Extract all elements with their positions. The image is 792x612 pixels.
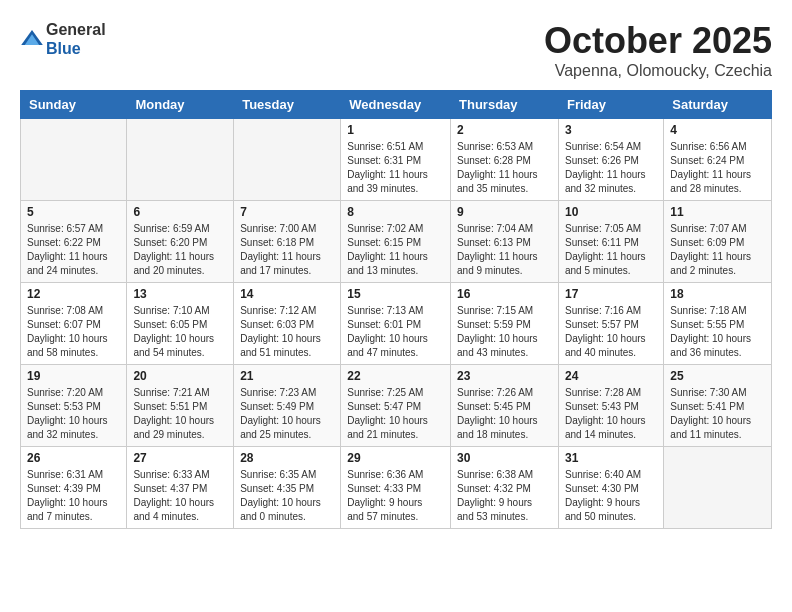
day-info: Sunrise: 6:51 AM Sunset: 6:31 PM Dayligh… <box>347 140 444 196</box>
day-number: 2 <box>457 123 552 137</box>
weekday-header-row: SundayMondayTuesdayWednesdayThursdayFrid… <box>21 91 772 119</box>
calendar-cell: 21Sunrise: 7:23 AM Sunset: 5:49 PM Dayli… <box>234 365 341 447</box>
day-info: Sunrise: 6:33 AM Sunset: 4:37 PM Dayligh… <box>133 468 227 524</box>
day-number: 7 <box>240 205 334 219</box>
calendar-cell: 30Sunrise: 6:38 AM Sunset: 4:32 PM Dayli… <box>451 447 559 529</box>
day-number: 24 <box>565 369 657 383</box>
weekday-header: Friday <box>558 91 663 119</box>
calendar-cell: 10Sunrise: 7:05 AM Sunset: 6:11 PM Dayli… <box>558 201 663 283</box>
weekday-header: Saturday <box>664 91 772 119</box>
day-number: 22 <box>347 369 444 383</box>
day-number: 20 <box>133 369 227 383</box>
day-info: Sunrise: 7:18 AM Sunset: 5:55 PM Dayligh… <box>670 304 765 360</box>
day-number: 9 <box>457 205 552 219</box>
calendar-cell: 7Sunrise: 7:00 AM Sunset: 6:18 PM Daylig… <box>234 201 341 283</box>
day-number: 17 <box>565 287 657 301</box>
day-info: Sunrise: 7:13 AM Sunset: 6:01 PM Dayligh… <box>347 304 444 360</box>
calendar-cell: 5Sunrise: 6:57 AM Sunset: 6:22 PM Daylig… <box>21 201 127 283</box>
day-info: Sunrise: 7:04 AM Sunset: 6:13 PM Dayligh… <box>457 222 552 278</box>
calendar-cell: 14Sunrise: 7:12 AM Sunset: 6:03 PM Dayli… <box>234 283 341 365</box>
calendar-cell: 1Sunrise: 6:51 AM Sunset: 6:31 PM Daylig… <box>341 119 451 201</box>
calendar-cell: 15Sunrise: 7:13 AM Sunset: 6:01 PM Dayli… <box>341 283 451 365</box>
title-section: October 2025 Vapenna, Olomoucky, Czechia <box>544 20 772 80</box>
calendar-week-row: 5Sunrise: 6:57 AM Sunset: 6:22 PM Daylig… <box>21 201 772 283</box>
day-info: Sunrise: 6:59 AM Sunset: 6:20 PM Dayligh… <box>133 222 227 278</box>
day-info: Sunrise: 6:35 AM Sunset: 4:35 PM Dayligh… <box>240 468 334 524</box>
day-info: Sunrise: 7:10 AM Sunset: 6:05 PM Dayligh… <box>133 304 227 360</box>
day-number: 14 <box>240 287 334 301</box>
calendar-cell: 20Sunrise: 7:21 AM Sunset: 5:51 PM Dayli… <box>127 365 234 447</box>
logo-general: General <box>46 20 106 39</box>
day-number: 1 <box>347 123 444 137</box>
calendar-week-row: 1Sunrise: 6:51 AM Sunset: 6:31 PM Daylig… <box>21 119 772 201</box>
day-info: Sunrise: 6:53 AM Sunset: 6:28 PM Dayligh… <box>457 140 552 196</box>
day-info: Sunrise: 6:31 AM Sunset: 4:39 PM Dayligh… <box>27 468 120 524</box>
calendar-cell: 4Sunrise: 6:56 AM Sunset: 6:24 PM Daylig… <box>664 119 772 201</box>
calendar-cell <box>664 447 772 529</box>
month-title: October 2025 <box>544 20 772 62</box>
calendar-cell: 28Sunrise: 6:35 AM Sunset: 4:35 PM Dayli… <box>234 447 341 529</box>
calendar-cell: 19Sunrise: 7:20 AM Sunset: 5:53 PM Dayli… <box>21 365 127 447</box>
weekday-header: Tuesday <box>234 91 341 119</box>
calendar-cell: 9Sunrise: 7:04 AM Sunset: 6:13 PM Daylig… <box>451 201 559 283</box>
day-info: Sunrise: 7:05 AM Sunset: 6:11 PM Dayligh… <box>565 222 657 278</box>
weekday-header: Monday <box>127 91 234 119</box>
logo-icon <box>20 27 44 51</box>
day-number: 25 <box>670 369 765 383</box>
calendar-cell: 8Sunrise: 7:02 AM Sunset: 6:15 PM Daylig… <box>341 201 451 283</box>
day-number: 21 <box>240 369 334 383</box>
day-number: 16 <box>457 287 552 301</box>
logo: General Blue <box>20 20 106 58</box>
day-info: Sunrise: 6:54 AM Sunset: 6:26 PM Dayligh… <box>565 140 657 196</box>
day-number: 30 <box>457 451 552 465</box>
calendar-cell: 26Sunrise: 6:31 AM Sunset: 4:39 PM Dayli… <box>21 447 127 529</box>
day-info: Sunrise: 7:23 AM Sunset: 5:49 PM Dayligh… <box>240 386 334 442</box>
calendar-cell: 17Sunrise: 7:16 AM Sunset: 5:57 PM Dayli… <box>558 283 663 365</box>
calendar-cell: 12Sunrise: 7:08 AM Sunset: 6:07 PM Dayli… <box>21 283 127 365</box>
weekday-header: Sunday <box>21 91 127 119</box>
calendar-cell: 31Sunrise: 6:40 AM Sunset: 4:30 PM Dayli… <box>558 447 663 529</box>
day-info: Sunrise: 7:00 AM Sunset: 6:18 PM Dayligh… <box>240 222 334 278</box>
calendar-cell: 23Sunrise: 7:26 AM Sunset: 5:45 PM Dayli… <box>451 365 559 447</box>
day-number: 26 <box>27 451 120 465</box>
calendar-cell: 11Sunrise: 7:07 AM Sunset: 6:09 PM Dayli… <box>664 201 772 283</box>
calendar-cell: 24Sunrise: 7:28 AM Sunset: 5:43 PM Dayli… <box>558 365 663 447</box>
logo-blue: Blue <box>46 39 106 58</box>
day-number: 11 <box>670 205 765 219</box>
day-info: Sunrise: 7:15 AM Sunset: 5:59 PM Dayligh… <box>457 304 552 360</box>
weekday-header: Wednesday <box>341 91 451 119</box>
day-info: Sunrise: 7:20 AM Sunset: 5:53 PM Dayligh… <box>27 386 120 442</box>
day-info: Sunrise: 7:08 AM Sunset: 6:07 PM Dayligh… <box>27 304 120 360</box>
calendar-cell: 13Sunrise: 7:10 AM Sunset: 6:05 PM Dayli… <box>127 283 234 365</box>
day-number: 18 <box>670 287 765 301</box>
day-number: 6 <box>133 205 227 219</box>
calendar-week-row: 19Sunrise: 7:20 AM Sunset: 5:53 PM Dayli… <box>21 365 772 447</box>
day-number: 12 <box>27 287 120 301</box>
calendar-cell: 25Sunrise: 7:30 AM Sunset: 5:41 PM Dayli… <box>664 365 772 447</box>
day-number: 19 <box>27 369 120 383</box>
day-info: Sunrise: 7:30 AM Sunset: 5:41 PM Dayligh… <box>670 386 765 442</box>
day-number: 8 <box>347 205 444 219</box>
day-info: Sunrise: 7:21 AM Sunset: 5:51 PM Dayligh… <box>133 386 227 442</box>
day-number: 4 <box>670 123 765 137</box>
day-info: Sunrise: 7:07 AM Sunset: 6:09 PM Dayligh… <box>670 222 765 278</box>
location: Vapenna, Olomoucky, Czechia <box>544 62 772 80</box>
day-number: 15 <box>347 287 444 301</box>
calendar-cell: 6Sunrise: 6:59 AM Sunset: 6:20 PM Daylig… <box>127 201 234 283</box>
calendar-cell: 2Sunrise: 6:53 AM Sunset: 6:28 PM Daylig… <box>451 119 559 201</box>
day-number: 5 <box>27 205 120 219</box>
calendar-week-row: 26Sunrise: 6:31 AM Sunset: 4:39 PM Dayli… <box>21 447 772 529</box>
calendar-cell <box>127 119 234 201</box>
day-number: 3 <box>565 123 657 137</box>
day-info: Sunrise: 7:16 AM Sunset: 5:57 PM Dayligh… <box>565 304 657 360</box>
page-header: General Blue October 2025 Vapenna, Olomo… <box>20 20 772 80</box>
day-number: 23 <box>457 369 552 383</box>
calendar-cell <box>234 119 341 201</box>
day-info: Sunrise: 7:02 AM Sunset: 6:15 PM Dayligh… <box>347 222 444 278</box>
calendar-week-row: 12Sunrise: 7:08 AM Sunset: 6:07 PM Dayli… <box>21 283 772 365</box>
calendar-cell: 27Sunrise: 6:33 AM Sunset: 4:37 PM Dayli… <box>127 447 234 529</box>
day-number: 28 <box>240 451 334 465</box>
day-info: Sunrise: 6:38 AM Sunset: 4:32 PM Dayligh… <box>457 468 552 524</box>
calendar-cell: 16Sunrise: 7:15 AM Sunset: 5:59 PM Dayli… <box>451 283 559 365</box>
day-info: Sunrise: 7:25 AM Sunset: 5:47 PM Dayligh… <box>347 386 444 442</box>
